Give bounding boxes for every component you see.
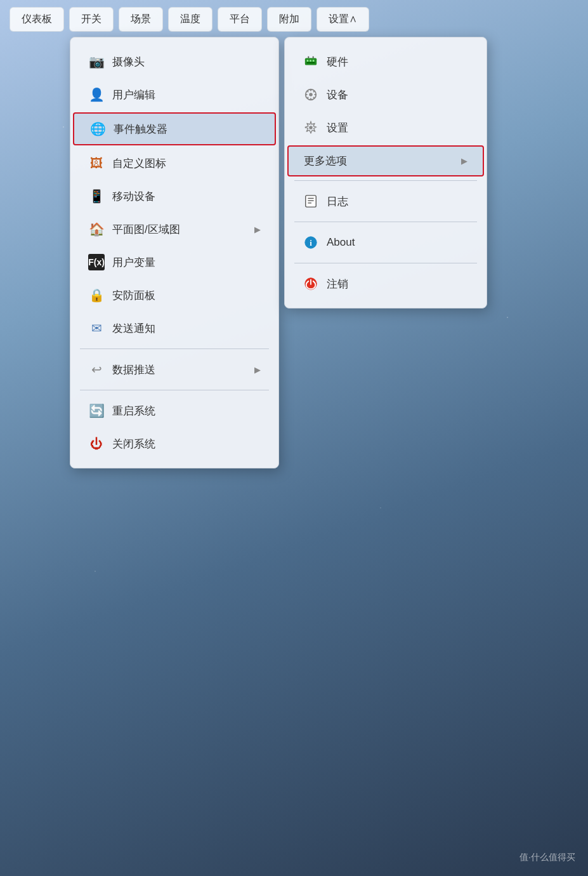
menu-item-floorplan-label: 平面图/区域图 xyxy=(112,222,180,237)
send-notify-icon: ✉ xyxy=(88,320,105,336)
settings-icon xyxy=(303,119,319,136)
user-variable-icon: F(x) xyxy=(88,254,105,270)
menu-item-data-push-label: 数据推送 xyxy=(112,362,155,377)
log-icon xyxy=(303,193,319,209)
menu-item-send-notify[interactable]: ✉ 发送通知 xyxy=(70,312,278,345)
svg-rect-4 xyxy=(307,62,315,63)
menu-item-hardware-label: 硬件 xyxy=(327,55,348,69)
menu-item-restart-system-label: 重启系统 xyxy=(112,404,155,418)
menu-item-about-label: About xyxy=(327,236,355,249)
menu-item-floorplan[interactable]: 🏠 平面图/区域图 ▶ xyxy=(70,213,278,246)
menu-item-settings-label: 设置 xyxy=(327,121,348,135)
menu-item-camera-label: 摄像头 xyxy=(112,55,145,69)
tab-switch[interactable]: 开关 xyxy=(69,7,114,32)
tab-temperature[interactable]: 温度 xyxy=(168,7,212,32)
svg-rect-2 xyxy=(310,60,311,62)
menu-item-more-options[interactable]: 更多选项 ▶ xyxy=(287,145,484,176)
menu-item-more-options-label: 更多选项 xyxy=(304,154,347,168)
svg-rect-3 xyxy=(313,60,315,62)
floorplan-icon: 🏠 xyxy=(88,221,105,237)
more-options-arrow-icon: ▶ xyxy=(461,156,467,166)
right-menu-divider-3 xyxy=(294,263,477,263)
menu-item-about[interactable]: i About xyxy=(285,226,487,259)
menu-item-send-notify-label: 发送通知 xyxy=(112,321,155,336)
menu-item-data-push[interactable]: ↩ 数据推送 ▶ xyxy=(70,353,278,386)
svg-point-17 xyxy=(309,126,313,129)
tab-addon[interactable]: 附加 xyxy=(267,7,311,32)
menu-item-user-variable[interactable]: F(x) 用户变量 xyxy=(70,246,278,279)
svg-text:i: i xyxy=(310,239,312,248)
right-menu-divider-2 xyxy=(294,222,477,222)
menu-item-shutdown-system[interactable]: ⏻ 关闭系统 xyxy=(70,427,278,460)
svg-rect-19 xyxy=(306,196,317,207)
right-submenu: 硬件 设备 xyxy=(284,37,487,309)
event-trigger-icon: 🌐 xyxy=(89,121,106,137)
menu-item-log[interactable]: 日志 xyxy=(285,185,487,218)
watermark: 值·什么值得买 xyxy=(519,852,575,863)
about-icon: i xyxy=(303,234,319,251)
svg-line-14 xyxy=(313,97,315,98)
menu-item-user-edit[interactable]: 👤 用户编辑 xyxy=(70,78,278,111)
menu-item-device-label: 设备 xyxy=(327,88,348,102)
tab-dashboard[interactable]: 仪表板 xyxy=(10,7,64,32)
hardware-icon xyxy=(303,53,319,70)
shutdown-system-icon: ⏻ xyxy=(88,435,105,452)
floorplan-arrow-icon: ▶ xyxy=(254,225,261,234)
svg-line-15 xyxy=(313,91,315,92)
data-push-icon: ↩ xyxy=(88,361,105,378)
svg-rect-5 xyxy=(308,56,309,58)
svg-line-13 xyxy=(307,91,308,92)
menu-divider-1 xyxy=(80,348,269,349)
menu-item-custom-icon-label: 自定义图标 xyxy=(112,156,166,171)
menu-item-device[interactable]: 设备 xyxy=(285,78,487,111)
left-dropdown-menu: 📷 摄像头 👤 用户编辑 🌐 事件触发器 🖼 自定义图标 📱 移动设备 🏠 平面… xyxy=(70,37,279,468)
menu-item-restart-system[interactable]: 🔄 重启系统 xyxy=(70,394,278,427)
mobile-device-icon: 📱 xyxy=(88,188,105,204)
logout-icon xyxy=(303,275,319,292)
menu-item-logout[interactable]: 注销 xyxy=(285,267,487,300)
menu-item-security-panel-label: 安防面板 xyxy=(112,288,155,303)
menu-item-settings[interactable]: 设置 xyxy=(285,111,487,144)
menu-item-camera[interactable]: 📷 摄像头 xyxy=(70,45,278,78)
camera-icon: 📷 xyxy=(88,53,105,70)
menu-item-shutdown-system-label: 关闭系统 xyxy=(112,437,155,451)
custom-icon-icon: 🖼 xyxy=(88,155,105,171)
svg-line-16 xyxy=(307,97,308,98)
device-icon xyxy=(303,86,319,103)
menu-item-event-trigger[interactable]: 🌐 事件触发器 xyxy=(73,112,276,145)
tab-platform[interactable]: 平台 xyxy=(218,7,262,32)
tab-settings[interactable]: 设置∧ xyxy=(317,7,369,32)
menu-item-mobile-device-label: 移动设备 xyxy=(112,189,155,204)
tab-scene[interactable]: 场景 xyxy=(119,7,163,32)
svg-point-8 xyxy=(309,93,313,96)
data-push-arrow-icon: ▶ xyxy=(254,365,261,375)
restart-system-icon: 🔄 xyxy=(88,402,105,419)
top-navigation: 仪表板 开关 场景 温度 平台 附加 设置∧ xyxy=(0,0,588,38)
menu-item-hardware[interactable]: 硬件 xyxy=(285,45,487,78)
menu-divider-2 xyxy=(80,390,269,390)
menu-item-log-label: 日志 xyxy=(327,194,348,209)
security-panel-icon: 🔒 xyxy=(88,287,105,303)
menu-item-security-panel[interactable]: 🔒 安防面板 xyxy=(70,279,278,312)
svg-rect-1 xyxy=(307,60,309,62)
menu-item-user-variable-label: 用户变量 xyxy=(112,255,155,270)
user-edit-icon: 👤 xyxy=(88,86,105,103)
menu-item-event-trigger-label: 事件触发器 xyxy=(114,122,167,136)
menu-item-user-edit-label: 用户编辑 xyxy=(112,88,155,102)
right-menu-divider-1 xyxy=(294,180,477,181)
watermark-text: 值·什么值得买 xyxy=(519,852,575,862)
svg-rect-6 xyxy=(313,56,314,58)
menu-item-custom-icon[interactable]: 🖼 自定义图标 xyxy=(70,147,278,180)
menu-item-mobile-device[interactable]: 📱 移动设备 xyxy=(70,180,278,213)
menu-item-logout-label: 注销 xyxy=(327,277,348,291)
